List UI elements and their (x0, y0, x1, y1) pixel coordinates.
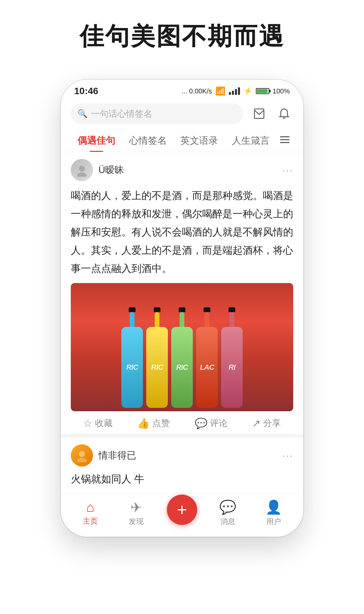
message-label: 消息 (220, 517, 235, 527)
share-button[interactable]: ↗ 分享 (252, 417, 281, 429)
user-label: 用户 (266, 517, 281, 527)
avatar-inner-1 (71, 159, 93, 181)
feed-card-1: Ü暧昧 ··· 喝酒的人，爱上的不是酒，而是那种感觉。喝酒是一种感情的释放和发泄… (61, 152, 303, 434)
nav-home[interactable]: ⌂ 主页 (67, 500, 113, 526)
network-speed: ... 0.00K/s (182, 87, 212, 95)
wifi-icon: 📶 (215, 86, 225, 96)
discover-label: 发现 (129, 517, 144, 527)
charging-icon: ⚡ (243, 87, 252, 95)
nav-add[interactable]: + (159, 501, 205, 525)
card2-username: 情非得已 (98, 449, 282, 462)
tab-2[interactable]: 英文语录 (174, 128, 225, 152)
card2-header: 情非得已 ··· (61, 438, 303, 470)
svg-point-4 (79, 166, 85, 172)
collect-label: 收藏 (95, 417, 113, 429)
headline: 佳句美图不期而遇 (80, 20, 284, 53)
bottle-3: RIC (171, 307, 193, 408)
like-icon: 👍 (137, 417, 150, 429)
phone-mockup: 10:46 ... 0.00K/s 📶 ⚡ 100% (61, 80, 303, 537)
card2-more[interactable]: ··· (282, 449, 293, 462)
comment-button[interactable]: 💬 评论 (195, 417, 228, 429)
home-icon: ⌂ (86, 500, 94, 515)
card1-image: RIC RIC (71, 283, 293, 411)
bottle-1: RIC (121, 307, 144, 408)
like-label: 点赞 (152, 417, 170, 429)
user-icon: 👤 (265, 499, 282, 515)
avatar-inner-2 (71, 444, 93, 467)
add-button[interactable]: + (167, 495, 197, 525)
signal-bars (229, 87, 240, 95)
status-time: 10:46 (74, 86, 98, 96)
card1-actions: ☆ 收藏 👍 点赞 💬 评论 ↗ 分享 (71, 411, 293, 434)
tab-1[interactable]: 心情签名 (122, 128, 174, 152)
card1-username: Ü暧昧 (98, 164, 282, 176)
tab-3[interactable]: 人生箴言 (225, 128, 277, 152)
nav-discover[interactable]: ✈ 发现 (113, 500, 159, 527)
collect-button[interactable]: ☆ 收藏 (83, 417, 113, 429)
status-right: ... 0.00K/s 📶 ⚡ 100% (182, 86, 290, 96)
search-box[interactable]: 🔍 一句话心情签名 (71, 103, 243, 124)
bottom-nav: ⌂ 主页 ✈ 发现 + 💬 消息 👤 用户 (61, 494, 303, 537)
tab-0[interactable]: 偶遇佳句 (71, 128, 122, 152)
edit-button[interactable] (250, 105, 268, 123)
svg-rect-3 (280, 142, 290, 143)
home-label: 主页 (83, 516, 98, 526)
search-placeholder: 一句话心情签名 (91, 108, 152, 120)
tabs-row: 偶遇佳句 心情签名 英文语录 人生箴言 (61, 128, 303, 152)
bottle-4: LAC (195, 307, 218, 408)
nav-message[interactable]: 💬 消息 (205, 499, 251, 527)
battery-percent: 100% (273, 87, 290, 95)
like-button[interactable]: 👍 点赞 (137, 417, 170, 429)
nav-user[interactable]: 👤 用户 (251, 499, 297, 527)
svg-point-6 (79, 451, 85, 457)
collect-icon: ☆ (83, 417, 92, 429)
battery-icon (256, 88, 269, 94)
card1-header: Ü暧昧 ··· (71, 152, 293, 185)
card-divider (61, 434, 303, 438)
svg-point-5 (77, 172, 87, 177)
svg-point-7 (77, 458, 87, 462)
bottles-bg: RIC RIC (71, 283, 293, 411)
bottle-2: RIC (146, 307, 169, 408)
card1-text: 喝酒的人，爱上的不是酒，而是那种感觉。喝酒是一种感情的释放和发泄，偶尔喝醉是一种… (71, 185, 293, 283)
page-wrapper: 佳句美图不期而遇 10:46 ... 0.00K/s 📶 ⚡ (0, 0, 364, 614)
tab-menu-icon[interactable] (276, 134, 293, 146)
notification-button[interactable] (275, 105, 293, 123)
bottle-5: RI (220, 307, 243, 408)
search-bar-row: 🔍 一句话心情签名 (61, 100, 303, 128)
search-icon: 🔍 (78, 109, 88, 118)
svg-rect-1 (280, 136, 290, 137)
svg-rect-2 (280, 139, 290, 140)
share-label: 分享 (263, 417, 281, 429)
message-icon: 💬 (219, 499, 236, 515)
card1-avatar (71, 159, 93, 181)
comment-icon: 💬 (195, 417, 207, 429)
status-bar: 10:46 ... 0.00K/s 📶 ⚡ 100% (61, 80, 303, 100)
svg-rect-0 (254, 109, 264, 118)
discover-icon: ✈ (130, 500, 142, 515)
share-icon: ↗ (252, 417, 261, 429)
comment-label: 评论 (210, 417, 228, 429)
card2-text: 火锅就如同人 牛 (61, 470, 303, 494)
card1-more[interactable]: ··· (282, 164, 293, 176)
card2-avatar (71, 444, 93, 467)
